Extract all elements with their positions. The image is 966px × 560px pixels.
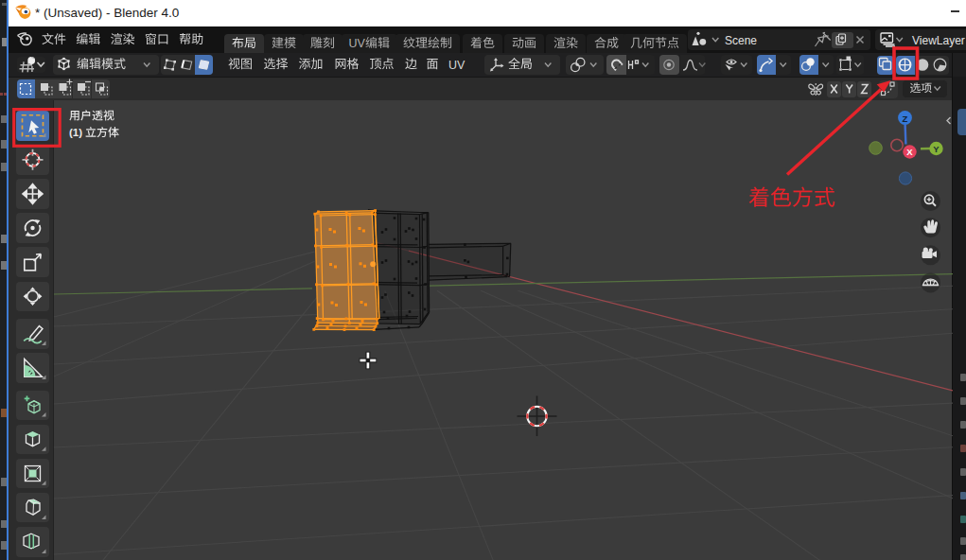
svg-text:Y: Y — [933, 144, 940, 154]
svg-text:Z: Z — [903, 114, 908, 124]
svg-text:X: X — [906, 147, 913, 157]
